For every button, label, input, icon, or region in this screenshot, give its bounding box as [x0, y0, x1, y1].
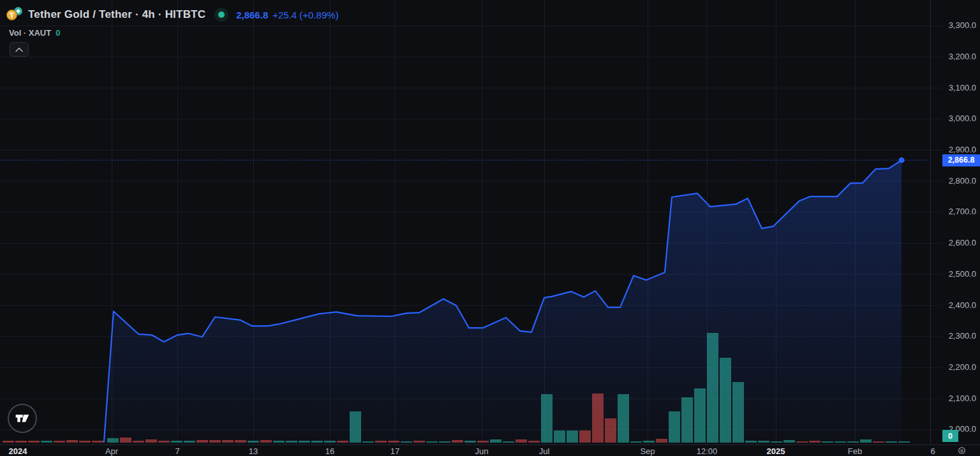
volume-bar [299, 441, 310, 443]
volume-bar [286, 441, 297, 443]
volume-bar [133, 441, 144, 443]
volume-bar [260, 440, 272, 443]
price-axis-label: 2,800.0 [930, 176, 976, 186]
volume-bar [554, 430, 565, 443]
price-axis-label: 2,300.0 [930, 331, 976, 341]
volume-bar [694, 388, 706, 443]
volume-bar [79, 441, 91, 443]
volume-bar [54, 441, 65, 443]
price-axis-label: 3,300.0 [930, 20, 976, 30]
current-price-line [0, 158, 930, 163]
volume-bar [324, 441, 336, 443]
axis-settings-gear-icon[interactable] [956, 446, 967, 456]
volume-bar [898, 441, 910, 443]
time-axis-label: 13 [249, 446, 258, 456]
collapse-panel-button[interactable] [10, 43, 28, 56]
price-axis-label: 2,700.0 [930, 207, 976, 216]
current-price-badge: 2,866.8 [942, 154, 980, 166]
volume-bar [41, 441, 52, 443]
volume-bar [873, 441, 884, 443]
time-axis-label: 7 [175, 446, 179, 456]
time-axis-separator [0, 445, 980, 445]
volume-bar [809, 441, 820, 443]
volume-bar [656, 439, 667, 443]
time-axis-label: 12:00 [697, 446, 718, 456]
volume-bar [209, 440, 221, 443]
volume-value-badge: 0 [942, 430, 958, 442]
volume-bar [235, 440, 246, 443]
time-axis-label: Apr [105, 446, 118, 456]
volume-bar [758, 441, 769, 443]
last-point-dot [899, 158, 905, 163]
volume-bar [197, 440, 208, 443]
volume-bar [222, 440, 234, 443]
price-axis-label: 2,400.0 [930, 300, 976, 310]
volume-bar [618, 394, 629, 443]
time-axis-label: 2025 [767, 446, 785, 456]
time-axis-label: Feb [848, 446, 862, 456]
tradingview-mark-icon [14, 411, 31, 425]
price-axis-label: 2,200.0 [930, 362, 976, 372]
price-axis-label: 2,900.0 [930, 145, 976, 154]
symbol-title[interactable]: Tether Gold / Tether · 4h · HITBTC [28, 8, 205, 21]
volume-bar [145, 439, 157, 443]
volume-bar [120, 438, 131, 443]
volume-bar [503, 441, 514, 443]
volume-bar [413, 441, 425, 443]
volume-bar [362, 441, 374, 443]
volume-bar [605, 418, 616, 443]
volume-bar [541, 394, 553, 443]
tether-gold-coin-icon: T [6, 7, 23, 22]
volume-bar [107, 438, 119, 443]
price-change: +25.4 (+0.89%) [272, 10, 338, 20]
volume-indicator-row[interactable]: Vol · XAUT0 [9, 28, 60, 38]
volume-bar [592, 393, 604, 443]
volume-bar [516, 439, 527, 443]
price-axis-label: 3,100.0 [930, 83, 976, 92]
volume-bar [337, 441, 348, 443]
volume-bar [681, 397, 693, 443]
volume-bar [490, 439, 501, 443]
price-axis-label: 2,100.0 [930, 393, 976, 403]
gold-coin-icon: T [6, 10, 17, 20]
volume-bar [669, 411, 680, 443]
volume-bar [401, 441, 412, 443]
volume-bar [375, 441, 387, 443]
time-axis-label: 16 [325, 446, 334, 456]
time-axis-label: 6 [930, 446, 935, 456]
volume-bar [796, 441, 808, 443]
price-axis-label: 3,200.0 [930, 52, 976, 61]
time-axis-label: Jun [475, 446, 489, 456]
volume-bar [860, 439, 872, 443]
volume-bar [273, 441, 285, 443]
volume-bar [171, 441, 182, 443]
volume-bar [439, 441, 450, 443]
price-axis-label: 3,000.0 [930, 114, 976, 123]
tradingview-logo[interactable] [8, 404, 37, 433]
symbol-header: T Tether Gold / Tether · 4h · HITBTC 2,8… [6, 6, 339, 23]
chevron-up-icon [15, 47, 24, 52]
volume-bar [528, 441, 540, 443]
volume-bar [248, 441, 259, 443]
market-status-icon[interactable] [214, 8, 228, 22]
price-axis-separator [930, 0, 931, 445]
volume-bar [388, 441, 399, 443]
volume-bar [732, 382, 744, 443]
volume-bar [426, 441, 438, 443]
volume-bar [745, 441, 757, 443]
last-price: 2,866.8 [236, 10, 268, 20]
volume-bar [184, 441, 195, 443]
volume-bar [720, 358, 731, 443]
volume-bar [567, 430, 578, 443]
volume-bar [158, 441, 170, 443]
time-axis-label: 17 [390, 446, 399, 456]
volume-bar [783, 440, 795, 443]
volume-indicator-value: 0 [56, 28, 60, 38]
price-chart-canvas[interactable] [0, 0, 980, 456]
volume-bar [464, 441, 476, 443]
area-fill [104, 160, 902, 445]
time-axis-label: 2024 [9, 446, 27, 456]
time-axis-label: Sep [640, 446, 655, 456]
volume-indicator-label: Vol · XAUT [9, 28, 51, 38]
volume-bar [847, 441, 859, 443]
